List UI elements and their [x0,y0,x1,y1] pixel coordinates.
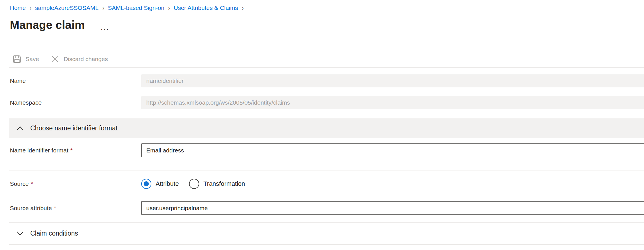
name-identifier-format-row: Name identifier format* [0,143,644,157]
save-button[interactable]: Save [13,55,39,63]
save-button-label: Save [25,56,39,62]
name-label: Name [0,77,141,84]
discard-changes-button[interactable]: Discard changes [51,55,108,63]
breadcrumb: Home › sampleAzureSSOSAML › SAML-based S… [0,0,644,11]
namespace-input [141,96,644,109]
radio-label: Attribute [156,180,179,188]
source-option-transformation[interactable]: Transformation [189,179,245,189]
manage-claim-form: Name Namespace Choose name identifier fo… [0,74,644,245]
command-bar: Save Discard changes [9,51,644,68]
label-text: Source attribute [10,205,52,211]
radio-button-transformation[interactable] [189,179,199,189]
section-claim-conditions[interactable]: Claim conditions [9,223,644,245]
required-marker: * [54,205,56,211]
breadcrumb-user-attributes-claims[interactable]: User Attributes & Claims [174,5,238,11]
breadcrumb-separator-icon: › [102,4,104,12]
namespace-label: Namespace [0,99,141,106]
more-commands-button[interactable]: ... [101,26,110,29]
breadcrumb-separator-icon: › [242,4,244,12]
name-identifier-format-label: Name identifier format* [0,147,141,154]
label-text: Source [10,180,29,187]
section-choose-name-identifier-format[interactable]: Choose name identifier format [9,118,644,138]
save-icon [13,55,21,63]
source-attribute-combobox[interactable] [141,201,644,215]
breadcrumb-app[interactable]: sampleAzureSSOSAML [35,5,98,11]
source-row: Source* Attribute Transformation [0,178,644,189]
source-radio-group: Attribute Transformation [141,179,644,189]
radio-button-attribute[interactable] [141,179,151,189]
radio-label: Transformation [203,180,245,188]
breadcrumb-home[interactable]: Home [10,5,26,11]
label-text: Name identifier format [10,147,68,154]
source-attribute-label: Source attribute* [0,205,141,212]
chevron-up-icon [16,126,24,131]
source-attribute-row: Source attribute* [0,201,644,215]
divider [9,171,644,171]
source-option-attribute[interactable]: Attribute [141,179,179,189]
name-identifier-format-combobox[interactable] [141,143,644,157]
discard-changes-label: Discard changes [64,56,108,62]
namespace-row: Namespace [0,96,644,109]
discard-x-icon [51,55,59,63]
source-label: Source* [0,180,141,187]
required-marker: * [31,180,33,187]
name-row: Name [0,74,644,87]
chevron-down-icon [16,230,24,236]
section-title: Choose name identifier format [30,124,117,132]
page-header: Manage claim ... [10,19,644,31]
section-title: Claim conditions [30,230,78,237]
breadcrumb-saml-signon[interactable]: SAML-based Sign-on [108,5,164,11]
name-input [141,74,644,87]
breadcrumb-separator-icon: › [168,4,170,12]
required-marker: * [70,147,73,154]
breadcrumb-separator-icon: › [29,4,31,12]
page-title: Manage claim [10,19,85,31]
